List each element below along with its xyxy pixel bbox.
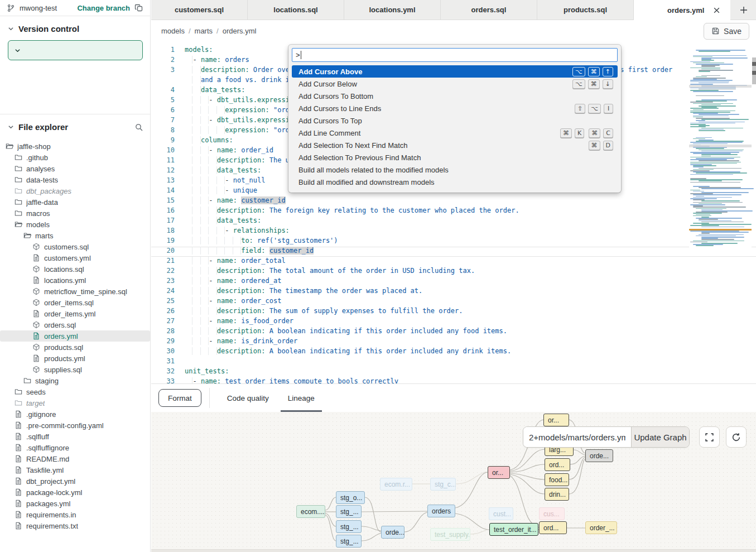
code-line[interactable]: 22 description: The total amount of the … [151, 267, 756, 277]
tree-item-locations-yml[interactable]: locations.yml [0, 275, 150, 286]
tree-item-requirements-txt[interactable]: requirements.txt [0, 520, 150, 531]
pr-dropdown-caret[interactable] [8, 41, 26, 60]
fullscreen-button[interactable] [699, 426, 720, 448]
tree-item-packages-yml[interactable]: packages.yml [0, 498, 150, 509]
breadcrumb-item[interactable]: models [161, 27, 185, 35]
code-line[interactable]: 19 to: ref('stg_customers') [151, 237, 756, 247]
tree-item--sqlfluff[interactable]: .sqlfluff [0, 431, 150, 442]
tree-item-staging[interactable]: staging [0, 375, 150, 386]
tree-item-target[interactable]: target [0, 397, 150, 409]
lineage-node-order-[interactable]: order_... [585, 521, 617, 534]
palette-item-add-cursors-to-top[interactable]: Add Cursors To Top [292, 114, 618, 127]
tree-item-locations-sql[interactable]: locations.sql [0, 263, 150, 275]
lineage-node-test-supply-[interactable]: test_supply... [430, 528, 470, 541]
command-palette-input[interactable]: > [292, 48, 618, 62]
lineage-node-cust-[interactable]: cust... [489, 507, 513, 520]
tree-item-taskfile-yml[interactable]: Taskfile.yml [0, 464, 150, 476]
code-line[interactable]: 16 description: The foreign key relating… [151, 207, 756, 217]
palette-item-build-all-modified-and-downstream-models[interactable]: Build all modified and downstream models [292, 176, 618, 188]
lineage-node-orde-[interactable]: orde... [381, 526, 405, 539]
tree-item--gitignore[interactable]: .gitignore [0, 409, 150, 420]
tree-item-macros[interactable]: macros [0, 208, 150, 219]
editor-tab-orders-yml[interactable]: orders.yml [634, 0, 730, 20]
lineage-hscrollbar[interactable] [151, 549, 756, 552]
editor-tab-customers-sql[interactable]: customers.sql [151, 0, 248, 20]
tree-item-metricflow-time-spine-sql[interactable]: metricflow_time_spine.sql [0, 286, 150, 297]
code-line[interactable]: 18 - relationships: [151, 227, 756, 237]
editor-tab-orders-sql[interactable]: orders.sql [441, 0, 537, 20]
lineage-node-or-[interactable]: or... [543, 414, 569, 426]
code-line[interactable]: 17 data_tests: [151, 217, 756, 227]
palette-item-add-line-comment[interactable]: Add Line Comment⌘K⌘C [292, 127, 618, 139]
code-line[interactable]: 33 - name: test_order_items_compute_to_b… [151, 377, 756, 384]
palette-item-add-selection-to-previous-find-match[interactable]: Add Selection To Previous Find Match [292, 151, 618, 164]
format-button[interactable]: Format [158, 389, 201, 407]
refresh-button[interactable] [726, 426, 747, 448]
tree-item-supplies-sql[interactable]: supplies.sql [0, 364, 150, 375]
tree-item--pre-commit-config-yaml[interactable]: .pre-commit-config.yaml [0, 420, 150, 431]
close-icon[interactable] [713, 7, 720, 14]
editor-tab-products-sql[interactable]: products.sql [537, 0, 634, 20]
editor-scrollbar[interactable] [752, 42, 756, 384]
breadcrumb-item[interactable]: orders.yml [223, 27, 257, 35]
tree-item-customers-yml[interactable]: customers.yml [0, 252, 150, 263]
tree-item-readme-md[interactable]: README.md [0, 453, 150, 464]
palette-item-add-cursor-above[interactable]: Add Cursor Above⌥⌘↑ [292, 65, 618, 78]
palette-item-build-all-models-related-to-the-modified-models[interactable]: Build all models related to the modified… [292, 164, 618, 176]
tree-item-products-yml[interactable]: products.yml [0, 353, 150, 364]
lineage-node-ord-[interactable]: ord... [539, 521, 567, 534]
code-line[interactable]: 30 description: A boolean indicating if … [151, 347, 756, 357]
file-explorer-header[interactable]: File explorer [0, 114, 150, 136]
lineage-node-stg-[interactable]: stg_... [336, 505, 362, 518]
tree-item-models[interactable]: models [0, 219, 150, 230]
code-line-current[interactable]: 20 field: customer_id [151, 247, 756, 257]
lineage-selector-input[interactable] [523, 427, 631, 447]
new-tab-button[interactable] [731, 0, 756, 20]
lineage-node-cus-[interactable]: cus... [539, 507, 565, 520]
tree-item-dbt-packages[interactable]: dbt_packages [0, 185, 150, 196]
change-branch-link[interactable]: Change branch [77, 4, 130, 12]
tree-item-marts[interactable]: marts [0, 230, 150, 241]
code-line[interactable]: 29 - name: is_drink_order [151, 337, 756, 347]
tree-item-products-sql[interactable]: products.sql [0, 342, 150, 353]
code-line[interactable]: 27 - name: is_food_order [151, 317, 756, 327]
tree-item-order-items-yml[interactable]: order_items.yml [0, 308, 150, 319]
version-control-header[interactable]: Version control [0, 16, 150, 38]
save-button[interactable]: Save [704, 23, 749, 40]
code-line[interactable]: 32unit_tests: [151, 367, 756, 377]
lineage-node-ecom-[interactable]: ecom.... [296, 505, 325, 518]
lineage-node-stg-[interactable]: stg_... [336, 520, 362, 533]
lineage-node-stg-c-[interactable]: stg_c... [430, 478, 456, 491]
tree-item-package-lock-yml[interactable]: package-lock.yml [0, 487, 150, 498]
tree-item-order-items-sql[interactable]: order_items.sql [0, 297, 150, 308]
tree-item-dbt-project-yml[interactable]: dbt_project.yml [0, 476, 150, 487]
code-line[interactable]: 15 - name: customer_id [151, 196, 756, 207]
lineage-node-ecom-r-[interactable]: ecom.r... [380, 478, 412, 491]
editor-tab-locations-yml[interactable]: locations.yml [344, 0, 441, 20]
palette-item-add-cursors-to-line-ends[interactable]: Add Cursors to Line Ends⇧⌥I [292, 102, 618, 114]
copy-branch-icon[interactable] [134, 3, 143, 12]
lineage-node-stg-o-[interactable]: stg_o... [336, 491, 365, 504]
code-line[interactable]: 31 [151, 357, 756, 367]
tab-lineage[interactable]: Lineage [278, 384, 324, 412]
tree-item-orders-yml[interactable]: orders.yml [0, 330, 150, 342]
tab-code-quality[interactable]: Code quality [218, 384, 278, 412]
lineage-node-food-[interactable]: food... [545, 473, 569, 486]
code-line[interactable]: 25 - name: order_cost [151, 297, 756, 307]
update-graph-button[interactable]: Update Graph [631, 427, 689, 447]
tree-item-jaffle-data[interactable]: jaffle-data [0, 196, 150, 208]
code-line[interactable]: 24 description: The timestamp the order … [151, 287, 756, 297]
tree-item-data-tests[interactable]: data-tests [0, 174, 150, 185]
tree-item-requirements-in[interactable]: requirements.in [0, 509, 150, 520]
minimap[interactable] [689, 47, 752, 249]
code-line[interactable]: 23 - name: ordered_at [151, 277, 756, 287]
search-icon[interactable] [134, 123, 143, 132]
tree-item-orders-sql[interactable]: orders.sql [0, 319, 150, 330]
lineage-node-orde-[interactable]: orde... [585, 449, 613, 462]
tree-item-seeds[interactable]: seeds [0, 386, 150, 397]
tree-item-analyses[interactable]: analyses [0, 163, 150, 174]
tree-item--github[interactable]: .github [0, 152, 150, 163]
lineage-canvas[interactable]: ecom....stg_o...stg_...stg_...stg_...ord… [151, 412, 756, 552]
lineage-node-test-order-it-[interactable]: test_order_it... [489, 523, 538, 536]
code-line[interactable]: 28 description: A boolean indicating if … [151, 327, 756, 337]
